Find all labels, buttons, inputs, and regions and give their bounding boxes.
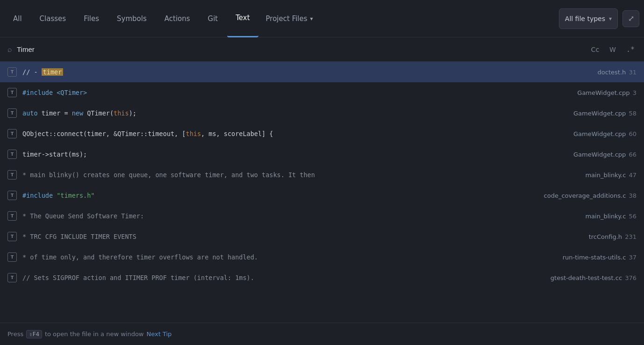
result-row[interactable]: Tauto timer = new QTimer(this);GameWidge… <box>0 103 644 123</box>
results-list: T// - timerdoctest.h 31T#include <QTimer… <box>0 62 644 288</box>
project-files-label: Project Files <box>266 14 308 23</box>
result-row[interactable]: Ttimer->start(ms);GameWidget.cpp 66 <box>0 144 644 165</box>
tab-symbols[interactable]: Symbols <box>108 0 155 37</box>
expand-icon: ⤢ <box>628 14 634 23</box>
type-icon: T <box>7 252 17 262</box>
type-icon: T <box>7 170 17 180</box>
search-icon: ⌕ <box>7 45 12 54</box>
type-icon: T <box>7 211 17 221</box>
result-content: auto timer = new QTimer(this); <box>22 109 568 117</box>
search-options: Cc W .* <box>589 44 637 55</box>
result-content: // - timer <box>22 68 592 76</box>
status-bar: Press ⇧F4 to open the file in a new wind… <box>0 323 644 345</box>
result-content: * main_blinky() creates one queue, one s… <box>22 171 580 179</box>
type-icon: T <box>7 191 17 200</box>
result-row[interactable]: T#include "timers.h"code_coverage_additi… <box>0 185 644 206</box>
result-content: * TRC_CFG_INCLUDE_TIMER_EVENTS <box>22 233 583 240</box>
result-file-info: doctest.h 31 <box>598 69 637 76</box>
type-icon: T <box>7 232 17 241</box>
result-file-info: GameWidget.cpp 66 <box>573 151 637 158</box>
result-row[interactable]: T// - timerdoctest.h 31 <box>0 62 644 82</box>
type-icon: T <box>7 67 17 77</box>
result-content: #include "timers.h" <box>22 192 538 199</box>
tab-project-files[interactable]: Project Files ▾ <box>259 0 320 37</box>
tab-all[interactable]: All <box>5 0 30 37</box>
type-icon: T <box>7 129 17 138</box>
whole-word-toggle[interactable]: W <box>608 45 618 54</box>
result-row[interactable]: T* main_blinky() creates one queue, one … <box>0 165 644 185</box>
result-row[interactable]: T* TRC_CFG_INCLUDE_TIMER_EVENTStrcConfig… <box>0 226 644 247</box>
result-file-info: run-time-stats-utils.c 37 <box>563 254 637 261</box>
result-row[interactable]: T// Sets SIGPROF action and ITIMER_PROF … <box>0 267 644 288</box>
result-file-info: trcConfig.h 231 <box>589 233 637 240</box>
result-file-info: GameWidget.cpp 58 <box>573 110 637 117</box>
status-shortcut: ⇧F4 <box>26 330 42 338</box>
project-files-chevron-icon: ▾ <box>310 15 313 22</box>
tab-bar: All Classes Files Symbols Actions Git Te… <box>0 0 644 37</box>
case-sensitive-toggle[interactable]: Cc <box>589 45 601 54</box>
tab-classes[interactable]: Classes <box>31 0 75 37</box>
result-content: #include <QTimer> <box>22 89 572 96</box>
tab-files[interactable]: Files <box>75 0 107 37</box>
tab-actions[interactable]: Actions <box>156 0 199 37</box>
type-icon: T <box>7 150 17 159</box>
result-row[interactable]: T#include <QTimer>GameWidget.cpp 3 <box>0 82 644 103</box>
file-type-dropdown[interactable]: All file types ▾ <box>559 8 618 29</box>
result-row[interactable]: T* of time only, and therefore timer ove… <box>0 247 644 267</box>
result-file-info: gtest-death-test-test.cc 376 <box>551 274 637 281</box>
status-suffix: to open the file in a new window <box>45 331 144 338</box>
result-row[interactable]: T* The Queue Send Software Timer:main_bl… <box>0 206 644 226</box>
result-content: * of time only, and therefore timer over… <box>22 253 557 261</box>
status-prefix: Press <box>7 331 23 338</box>
expand-button[interactable]: ⤢ <box>623 10 639 27</box>
file-type-chevron-icon: ▾ <box>609 15 612 22</box>
file-type-label: All file types <box>565 15 605 22</box>
type-icon: T <box>7 88 17 97</box>
result-file-info: GameWidget.cpp 3 <box>577 89 637 96</box>
result-content: timer->start(ms); <box>22 151 568 158</box>
result-file-info: main_blinky.c 56 <box>585 213 637 220</box>
result-file-info: GameWidget.cpp 60 <box>573 130 637 137</box>
next-tip-link[interactable]: Next Tip <box>146 331 172 338</box>
result-content: * The Queue Send Software Timer: <box>22 212 580 220</box>
type-icon: T <box>7 273 17 282</box>
search-bar: ⌕ Cc W .* <box>0 37 644 62</box>
tab-git[interactable]: Git <box>200 0 227 37</box>
result-row[interactable]: TQObject::connect(timer, &QTimer::timeou… <box>0 123 644 144</box>
result-content: QObject::connect(timer, &QTimer::timeout… <box>22 130 568 137</box>
result-file-info: code_coverage_additions.c 38 <box>544 192 637 199</box>
result-content: // Sets SIGPROF action and ITIMER_PROF t… <box>22 274 545 281</box>
search-input[interactable] <box>17 45 585 53</box>
type-icon: T <box>7 108 17 118</box>
regex-toggle[interactable]: .* <box>624 44 637 55</box>
tab-text[interactable]: Text <box>227 0 258 37</box>
result-file-info: main_blinky.c 47 <box>585 172 637 179</box>
